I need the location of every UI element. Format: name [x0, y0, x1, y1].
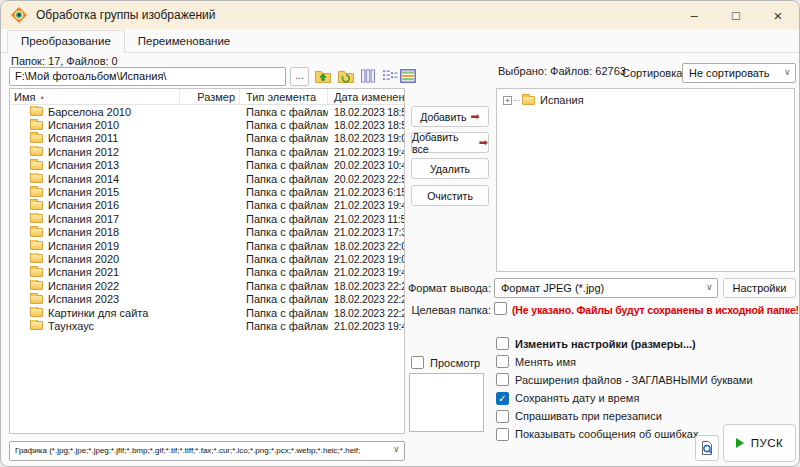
file-list-row[interactable]: Таунхаус Папка с файлами 21.02.2023 19:4 [10, 319, 404, 332]
arrow-right-icon: ➡ [471, 111, 480, 122]
folder-icon [30, 254, 43, 263]
file-list-row[interactable]: Испания 2011 Папка с файлами 18.02.2023 … [10, 132, 404, 145]
folder-icon [30, 134, 43, 143]
file-list-row[interactable]: Барселона 2010 Папка с файлами 18.02.202… [10, 105, 404, 118]
option-label: Сохранять дату и время [515, 392, 639, 404]
close-button[interactable]: × [757, 1, 799, 29]
folder-icon [30, 241, 43, 250]
tree-expander-icon[interactable]: + [503, 96, 512, 105]
maximize-button[interactable]: □ [715, 1, 757, 29]
add-all-button[interactable]: Добавить все➡ [411, 132, 489, 153]
folder-icon [30, 121, 43, 130]
file-name: Испания 2017 [48, 213, 119, 225]
option-checkbox[interactable] [496, 373, 509, 386]
browse-button[interactable]: ... [290, 67, 309, 86]
sort-select[interactable]: Не сортировать [682, 63, 796, 83]
add-button-label: Добавить [420, 111, 466, 123]
tab-convert[interactable]: Преобразование [7, 30, 125, 53]
file-name: Испания 2016 [48, 199, 119, 211]
option-checkbox[interactable]: ✓ [496, 392, 509, 405]
folder-refresh-button[interactable] [337, 67, 355, 85]
file-date: 21.02.2023 19:4 [328, 146, 404, 158]
file-list-row[interactable]: Картинки для сайта Папка с файлами 18.02… [10, 306, 404, 319]
run-button[interactable]: ПУСК [723, 424, 796, 462]
file-list-row[interactable]: Испания 2012 Папка с файлами 21.02.2023 … [10, 145, 404, 158]
source-path-input[interactable]: F:\Мой фотоальбом\Испания\ [9, 67, 286, 86]
table-view-button[interactable] [399, 67, 417, 85]
remove-button[interactable]: Удалить [411, 158, 489, 179]
file-list-row[interactable]: Испания 2016 Папка с файлами 21.02.2023 … [10, 199, 404, 212]
clear-button[interactable]: Очистить [411, 185, 489, 206]
add-button[interactable]: Добавить➡ [411, 106, 489, 127]
format-settings-button[interactable]: Настройки [723, 278, 796, 298]
file-date: 21.02.2023 19:4 [328, 320, 404, 332]
file-date: 21.02.2023 6:15 [328, 186, 404, 198]
option-checkbox[interactable] [496, 410, 509, 423]
file-list-panel: Имя ▴ Размер Тип элемента Дата изменения… [9, 88, 405, 434]
minimize-button[interactable]: – [673, 1, 715, 29]
column-header-type[interactable]: Тип элемента [240, 89, 328, 104]
option-label: Спрашивать при перезаписи [515, 410, 662, 422]
file-list-row[interactable]: Испания 2015 Папка с файлами 21.02.2023 … [10, 185, 404, 198]
file-list-row[interactable]: Испания 2010 Папка с файлами 18.02.2023 … [10, 118, 404, 131]
output-format-select[interactable]: Формат JPEG (*.jpg) [494, 278, 718, 298]
file-list-row[interactable]: Испания 2013 Папка с файлами 20.02.2023 … [10, 159, 404, 172]
option-label: Показывать сообщения об ошибках [515, 428, 698, 440]
file-type: Папка с файлами [240, 173, 328, 185]
file-list-row[interactable]: Испания 2022 Папка с файлами 18.02.2023 … [10, 279, 404, 292]
file-list-row[interactable]: Испания 2018 Папка с файлами 21.02.2023 … [10, 226, 404, 239]
title-bar: Обработка группы изображений – □ × [1, 1, 799, 29]
tab-rename[interactable]: Переименование [125, 31, 243, 52]
option-checkbox[interactable] [496, 428, 509, 441]
file-name: Испания 2019 [48, 240, 119, 252]
file-date: 21.02.2023 19:4 [328, 199, 404, 211]
file-date: 18.02.2023 22:2 [328, 293, 404, 305]
folder-icon [30, 161, 43, 170]
folder-up-button[interactable] [314, 67, 332, 85]
file-date: 18.02.2023 22:2 [328, 280, 404, 292]
file-date: 20.02.2023 10:4 [328, 159, 404, 171]
list-view-button[interactable] [381, 67, 399, 85]
file-name: Испания 2022 [48, 280, 119, 292]
file-type: Папка с файлами [240, 186, 328, 198]
folder-icon [30, 228, 43, 237]
file-list-row[interactable]: Испания 2020 Папка с файлами 21.02.2023 … [10, 252, 404, 265]
tree-node-root[interactable]: + Испания [497, 89, 794, 106]
report-preview-button[interactable] [695, 435, 719, 461]
target-folder-checkbox[interactable] [494, 302, 507, 315]
target-folder-label: Целевая папка: [401, 304, 491, 316]
option-label: Менять имя [515, 356, 576, 368]
dialog-window: Обработка группы изображений – □ × Преоб… [0, 0, 800, 467]
selection-summary: Выбрано: Файлов: 62763 [498, 65, 626, 77]
tree-root-label: Испания [540, 94, 584, 106]
file-type: Папка с файлами [240, 266, 328, 278]
column-header-date[interactable]: Дата изменения [328, 89, 404, 104]
chevron-down-icon: ∨ [784, 67, 791, 77]
column-header-name[interactable]: Имя ▴ [10, 89, 180, 104]
preview-box [409, 373, 484, 432]
file-list-row[interactable]: Испания 2021 Папка с файлами 21.02.2023 … [10, 266, 404, 279]
folder-icon [30, 268, 43, 277]
preview-checkbox[interactable] [411, 356, 424, 369]
file-name: Испания 2013 [48, 159, 119, 171]
folder-icon [30, 214, 43, 223]
file-list-row[interactable]: Испания 2014 Папка с файлами 20.02.2023 … [10, 172, 404, 185]
file-list-row[interactable]: Испания 2019 Папка с файлами 18.02.2023 … [10, 239, 404, 252]
file-filter-select[interactable]: Графика (*.jpg;*.jpe;*.jpeg;*.jfif;*.bmp… [9, 441, 405, 461]
option-row: Расширения файлов - ЗАГЛАВНЫМИ буквами [496, 373, 753, 386]
folder-icon [30, 174, 43, 183]
chevron-down-icon: ∨ [706, 282, 713, 292]
file-name: Испания 2010 [48, 119, 119, 131]
file-list-row[interactable]: Испания 2023 Папка с файлами 18.02.2023 … [10, 292, 404, 305]
column-header-size[interactable]: Размер [180, 89, 240, 104]
file-date: 20.02.2023 22:5 [328, 173, 404, 185]
option-checkbox[interactable] [496, 337, 509, 350]
option-checkbox[interactable] [496, 355, 509, 368]
file-list-header: Имя ▴ Размер Тип элемента Дата изменения [10, 89, 404, 105]
file-type: Папка с файлами [240, 226, 328, 238]
columns-view-button[interactable] [359, 67, 377, 85]
option-row: Менять имя [496, 355, 753, 368]
selected-tree-panel: + Испания [496, 88, 795, 272]
file-list-row[interactable]: Испания 2017 Папка с файлами 21.02.2023 … [10, 212, 404, 225]
file-type: Папка с файлами [240, 240, 328, 252]
